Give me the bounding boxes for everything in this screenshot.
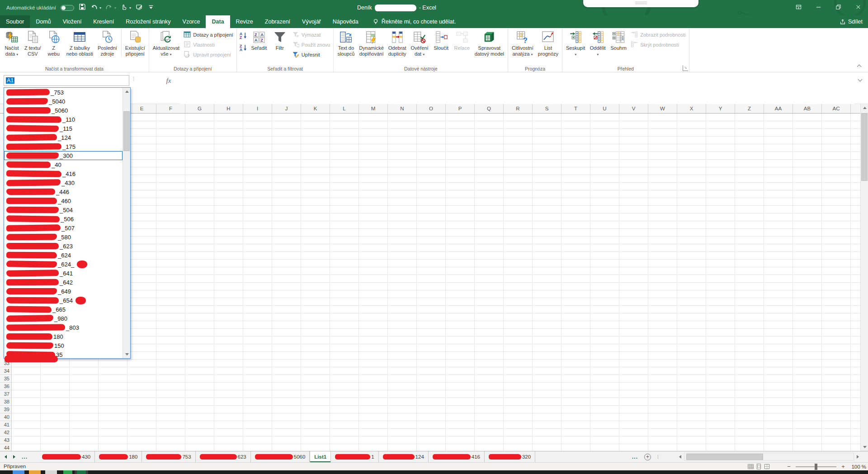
tab-revize[interactable]: Revize bbox=[230, 15, 259, 28]
name-dropdown-item[interactable]: _460 bbox=[4, 196, 123, 205]
sheet-tab-redacted[interactable]: 1 bbox=[331, 451, 378, 462]
forecast-sheet-button[interactable]: Listprognózy bbox=[536, 29, 561, 57]
normal-view-button[interactable] bbox=[748, 464, 754, 469]
windows-taskbar[interactable] bbox=[0, 470, 868, 474]
name-dropdown-item[interactable]: _300 bbox=[4, 151, 123, 160]
taskbar-app-icon[interactable] bbox=[13, 470, 24, 474]
restore-button[interactable] bbox=[828, 0, 848, 15]
name-dropdown-item[interactable]: _803 bbox=[4, 323, 123, 332]
row-header-41[interactable]: 41 bbox=[0, 421, 11, 429]
name-dropdown-item[interactable]: _507 bbox=[4, 223, 123, 232]
column-header-I[interactable]: I bbox=[243, 104, 272, 113]
column-header-F[interactable]: F bbox=[156, 104, 185, 113]
name-dropdown-item[interactable]: _416 bbox=[4, 169, 123, 178]
data-validation-button[interactable]: Ověřenídat ▾ bbox=[409, 29, 431, 57]
autosave-toggle[interactable] bbox=[61, 5, 74, 11]
zoom-slider-thumb[interactable] bbox=[815, 464, 817, 470]
zoom-slider[interactable] bbox=[796, 466, 836, 467]
tab-zobrazeni[interactable]: Zobrazení bbox=[259, 15, 296, 28]
tab-vlozeni[interactable]: Vložení bbox=[57, 15, 88, 28]
column-header-AB[interactable]: AB bbox=[793, 104, 822, 113]
save-button[interactable] bbox=[79, 4, 86, 12]
row-header-36[interactable]: 36 bbox=[0, 383, 11, 390]
column-header-M[interactable]: M bbox=[359, 104, 388, 113]
column-header-G[interactable]: G bbox=[185, 104, 214, 113]
name-dropdown-item[interactable]: _430 bbox=[4, 178, 123, 187]
consolidate-button[interactable]: Sloučit bbox=[431, 29, 452, 51]
sort-descending-button[interactable]: ZA bbox=[240, 44, 247, 53]
column-header-J[interactable]: J bbox=[272, 104, 301, 113]
row-header-40[interactable]: 40 bbox=[0, 413, 11, 421]
name-dropdown-item[interactable]: 180 bbox=[4, 332, 123, 341]
name-box[interactable]: A1 bbox=[4, 75, 129, 86]
sort-ascending-button[interactable]: AZ bbox=[240, 32, 247, 41]
page-break-view-button[interactable] bbox=[764, 464, 770, 469]
formula-input[interactable] bbox=[180, 72, 854, 104]
name-dropdown-item[interactable]: _654 bbox=[4, 296, 123, 305]
column-header-R[interactable]: R bbox=[504, 104, 533, 113]
column-header-H[interactable]: H bbox=[214, 104, 243, 113]
sort-button[interactable]: ZAAZSeřadit bbox=[249, 29, 269, 51]
minimize-button[interactable] bbox=[808, 0, 828, 15]
name-dropdown-item[interactable]: _504 bbox=[4, 205, 123, 214]
row-header-35[interactable]: 35 bbox=[0, 375, 11, 383]
tab-napoveda[interactable]: Nápověda bbox=[327, 15, 364, 28]
floating-handle[interactable] bbox=[583, 0, 698, 7]
vertical-scroll-thumb[interactable] bbox=[861, 113, 868, 181]
taskbar-app-icon[interactable] bbox=[77, 470, 86, 474]
name-dropdown-item[interactable]: _115 bbox=[4, 124, 123, 133]
horizontal-scroll-track[interactable] bbox=[684, 453, 854, 461]
tab-vyvojar[interactable]: Vývojář bbox=[296, 15, 327, 28]
column-header-E[interactable]: E bbox=[127, 104, 156, 113]
column-header-O[interactable]: O bbox=[417, 104, 446, 113]
touch-mode-button[interactable] bbox=[120, 4, 128, 12]
insert-function-button[interactable]: fx bbox=[164, 76, 174, 85]
column-header-W[interactable]: W bbox=[648, 104, 677, 113]
zoom-level[interactable]: 100 % bbox=[849, 464, 866, 469]
page-layout-view-button[interactable] bbox=[756, 464, 762, 469]
tell-me-box[interactable]: Řekněte mi, co chcete udělat. bbox=[373, 15, 456, 28]
zoom-in-button[interactable]: + bbox=[840, 463, 846, 470]
column-header-X[interactable]: X bbox=[677, 104, 706, 113]
dropdown-scroll-down[interactable] bbox=[123, 351, 131, 358]
text-to-columns-button[interactable]: Text dosloupců bbox=[335, 29, 357, 57]
row-header-38[interactable]: 38 bbox=[0, 398, 11, 406]
scroll-right-arrow[interactable] bbox=[854, 453, 862, 461]
sheet-tab-redacted[interactable]: 180 bbox=[95, 451, 142, 462]
sheet-overflow-right[interactable]: ... bbox=[632, 454, 638, 460]
name-dropdown-item[interactable]: _665 bbox=[4, 305, 123, 314]
remove-duplicates-button[interactable]: Odebratduplicity bbox=[386, 29, 409, 57]
scroll-down-arrow[interactable] bbox=[861, 443, 868, 451]
dropdown-scrollbar[interactable] bbox=[123, 88, 130, 358]
row-header-34[interactable]: 34 bbox=[0, 367, 11, 375]
name-dropdown-item[interactable]: _623 bbox=[4, 242, 123, 251]
name-dropdown-item[interactable]: _641 bbox=[4, 269, 123, 278]
previous-sheet-arrow[interactable] bbox=[5, 455, 7, 459]
name-dropdown-item[interactable]: _124 bbox=[4, 133, 123, 142]
sheet-tab-redacted[interactable]: 124 bbox=[379, 451, 429, 462]
column-header-Y[interactable]: Y bbox=[706, 104, 735, 113]
formula-bar-expand-button[interactable] bbox=[859, 78, 862, 81]
group-button[interactable]: Seskupit▾ bbox=[564, 29, 587, 57]
horizontal-scrollbar[interactable] bbox=[676, 453, 862, 461]
close-button[interactable] bbox=[848, 0, 868, 15]
dropdown-scroll-thumb[interactable] bbox=[123, 111, 130, 151]
name-dropdown-item[interactable]: 150 bbox=[4, 341, 123, 350]
column-header-S[interactable]: S bbox=[533, 104, 561, 113]
taskbar-app-icon[interactable] bbox=[29, 470, 41, 474]
name-dropdown-item[interactable]: _110 bbox=[4, 115, 123, 124]
sheet-tab-redacted[interactable]: 5060 bbox=[251, 451, 310, 462]
flash-fill-button[interactable]: Dynamickédoplňování bbox=[357, 29, 386, 57]
taskbar-app-icon[interactable] bbox=[45, 470, 57, 474]
sheet-tab-redacted[interactable]: 416 bbox=[429, 451, 485, 462]
column-header-T[interactable]: T bbox=[561, 104, 590, 113]
manage-data-model-button[interactable]: Spravovatdatový model bbox=[472, 29, 506, 57]
row-header-43[interactable]: 43 bbox=[0, 436, 11, 444]
column-header-Z[interactable]: Z bbox=[735, 104, 764, 113]
column-header-K[interactable]: K bbox=[301, 104, 330, 113]
get-data-button[interactable]: Načístdata ▾ bbox=[1, 29, 22, 57]
name-dropdown-item[interactable]: _5060 bbox=[4, 106, 123, 115]
name-dropdown-item[interactable]: _580 bbox=[4, 232, 123, 242]
sheet-tab-list1[interactable]: List1 bbox=[310, 451, 331, 462]
from-table-range-button[interactable]: Z tabulkynebo oblasti bbox=[64, 29, 95, 57]
